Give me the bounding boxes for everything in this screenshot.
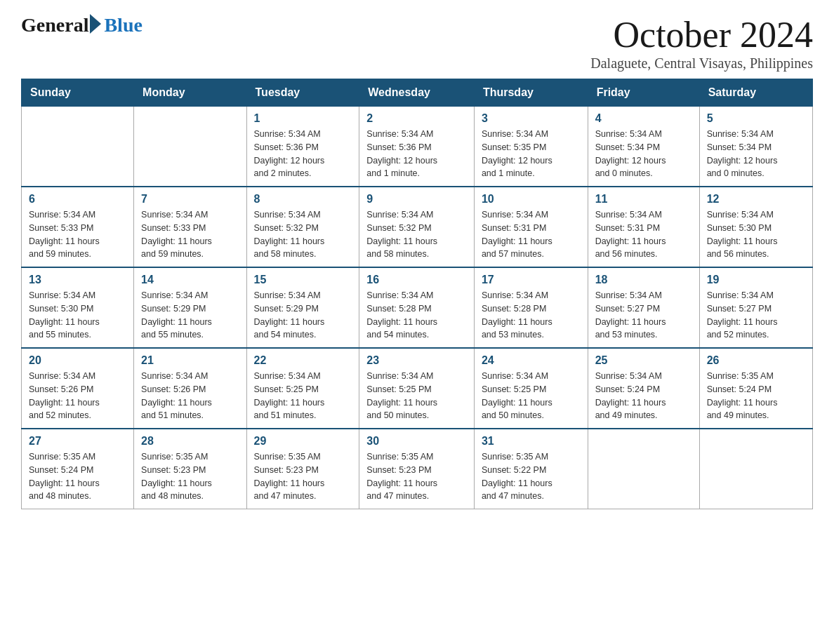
day-number: 11	[595, 193, 692, 206]
calendar-cell: 9Sunrise: 5:34 AMSunset: 5:32 PMDaylight…	[359, 187, 475, 267]
calendar-cell: 15Sunrise: 5:34 AMSunset: 5:29 PMDayligh…	[246, 267, 359, 348]
calendar-cell: 16Sunrise: 5:34 AMSunset: 5:28 PMDayligh…	[359, 267, 475, 348]
calendar-week-row: 6Sunrise: 5:34 AMSunset: 5:33 PMDaylight…	[22, 187, 813, 267]
day-info: Sunrise: 5:34 AMSunset: 5:34 PMDaylight:…	[707, 128, 805, 180]
day-info: Sunrise: 5:34 AMSunset: 5:32 PMDaylight:…	[366, 208, 467, 261]
calendar-cell: 11Sunrise: 5:34 AMSunset: 5:31 PMDayligh…	[588, 187, 699, 267]
day-number: 18	[595, 274, 692, 286]
calendar-cell: 6Sunrise: 5:34 AMSunset: 5:33 PMDaylight…	[22, 187, 134, 267]
header-thursday: Thursday	[474, 79, 588, 107]
day-info: Sunrise: 5:34 AMSunset: 5:36 PMDaylight:…	[254, 128, 352, 180]
day-number: 30	[366, 435, 467, 448]
day-number: 1	[254, 112, 352, 125]
calendar-cell: 18Sunrise: 5:34 AMSunset: 5:27 PMDayligh…	[588, 267, 699, 348]
day-number: 28	[141, 435, 239, 448]
calendar-cell: 8Sunrise: 5:34 AMSunset: 5:32 PMDaylight…	[246, 187, 359, 267]
day-info: Sunrise: 5:34 AMSunset: 5:24 PMDaylight:…	[595, 370, 692, 422]
calendar-cell: 22Sunrise: 5:34 AMSunset: 5:25 PMDayligh…	[246, 348, 359, 429]
day-number: 26	[707, 354, 805, 367]
day-number: 16	[366, 274, 467, 286]
day-number: 14	[141, 274, 239, 286]
header-friday: Friday	[588, 79, 699, 107]
day-info: Sunrise: 5:34 AMSunset: 5:31 PMDaylight:…	[482, 208, 581, 261]
day-info: Sunrise: 5:34 AMSunset: 5:28 PMDaylight:…	[482, 289, 581, 342]
day-info: Sunrise: 5:34 AMSunset: 5:28 PMDaylight:…	[366, 289, 467, 342]
calendar-week-row: 20Sunrise: 5:34 AMSunset: 5:26 PMDayligh…	[22, 348, 813, 429]
calendar-cell: 10Sunrise: 5:34 AMSunset: 5:31 PMDayligh…	[474, 187, 588, 267]
day-number: 25	[595, 354, 692, 367]
header-tuesday: Tuesday	[246, 79, 359, 107]
calendar-cell: 13Sunrise: 5:34 AMSunset: 5:30 PMDayligh…	[22, 267, 134, 348]
logo-arrow-icon	[90, 14, 101, 34]
day-info: Sunrise: 5:34 AMSunset: 5:36 PMDaylight:…	[366, 128, 467, 180]
location-text: Dalaguete, Central Visayas, Philippines	[590, 55, 813, 72]
calendar-cell: 21Sunrise: 5:34 AMSunset: 5:26 PMDayligh…	[134, 348, 246, 429]
calendar-cell: 29Sunrise: 5:35 AMSunset: 5:23 PMDayligh…	[246, 429, 359, 509]
day-number: 15	[254, 274, 352, 286]
day-info: Sunrise: 5:34 AMSunset: 5:32 PMDaylight:…	[254, 208, 352, 261]
calendar-week-row: 13Sunrise: 5:34 AMSunset: 5:30 PMDayligh…	[22, 267, 813, 348]
day-info: Sunrise: 5:34 AMSunset: 5:30 PMDaylight:…	[29, 289, 126, 342]
calendar-cell: 14Sunrise: 5:34 AMSunset: 5:29 PMDayligh…	[134, 267, 246, 348]
calendar-cell: 19Sunrise: 5:34 AMSunset: 5:27 PMDayligh…	[699, 267, 812, 348]
day-info: Sunrise: 5:35 AMSunset: 5:24 PMDaylight:…	[29, 450, 126, 503]
logo-blue-text: Blue	[104, 14, 142, 36]
calendar-cell: 1Sunrise: 5:34 AMSunset: 5:36 PMDaylight…	[246, 107, 359, 187]
day-number: 8	[254, 193, 352, 206]
day-info: Sunrise: 5:34 AMSunset: 5:34 PMDaylight:…	[595, 128, 692, 180]
calendar-cell	[22, 107, 134, 187]
day-number: 4	[595, 112, 692, 125]
day-number: 27	[29, 435, 126, 448]
calendar-cell: 24Sunrise: 5:34 AMSunset: 5:25 PMDayligh…	[474, 348, 588, 429]
day-info: Sunrise: 5:35 AMSunset: 5:23 PMDaylight:…	[254, 450, 352, 503]
day-info: Sunrise: 5:34 AMSunset: 5:26 PMDaylight:…	[29, 370, 126, 422]
calendar-cell: 12Sunrise: 5:34 AMSunset: 5:30 PMDayligh…	[699, 187, 812, 267]
month-title: October 2024	[590, 14, 813, 55]
day-info: Sunrise: 5:34 AMSunset: 5:35 PMDaylight:…	[482, 128, 581, 180]
day-info: Sunrise: 5:34 AMSunset: 5:33 PMDaylight:…	[141, 208, 239, 261]
day-number: 21	[141, 354, 239, 367]
header-monday: Monday	[134, 79, 246, 107]
day-number: 13	[29, 274, 126, 286]
calendar-cell: 3Sunrise: 5:34 AMSunset: 5:35 PMDaylight…	[474, 107, 588, 187]
calendar-cell	[699, 429, 812, 509]
day-info: Sunrise: 5:35 AMSunset: 5:23 PMDaylight:…	[366, 450, 467, 503]
page-header: General Blue October 2024 Dalaguete, Cen…	[21, 14, 813, 72]
header-sunday: Sunday	[22, 79, 134, 107]
day-number: 7	[141, 193, 239, 206]
day-number: 22	[254, 354, 352, 367]
day-number: 2	[366, 112, 467, 125]
calendar-week-row: 1Sunrise: 5:34 AMSunset: 5:36 PMDaylight…	[22, 107, 813, 187]
day-info: Sunrise: 5:34 AMSunset: 5:27 PMDaylight:…	[595, 289, 692, 342]
calendar-cell: 30Sunrise: 5:35 AMSunset: 5:23 PMDayligh…	[359, 429, 475, 509]
day-info: Sunrise: 5:34 AMSunset: 5:26 PMDaylight:…	[141, 370, 239, 422]
day-info: Sunrise: 5:34 AMSunset: 5:25 PMDaylight:…	[254, 370, 352, 422]
calendar-header-row: SundayMondayTuesdayWednesdayThursdayFrid…	[22, 79, 813, 107]
calendar-cell: 28Sunrise: 5:35 AMSunset: 5:23 PMDayligh…	[134, 429, 246, 509]
day-number: 24	[482, 354, 581, 367]
day-number: 17	[482, 274, 581, 286]
logo-general-text: General	[21, 14, 88, 36]
calendar-cell: 4Sunrise: 5:34 AMSunset: 5:34 PMDaylight…	[588, 107, 699, 187]
day-number: 12	[707, 193, 805, 206]
day-info: Sunrise: 5:35 AMSunset: 5:23 PMDaylight:…	[141, 450, 239, 503]
day-number: 3	[482, 112, 581, 125]
header-wednesday: Wednesday	[359, 79, 475, 107]
calendar-cell	[588, 429, 699, 509]
day-number: 10	[482, 193, 581, 206]
day-number: 19	[707, 274, 805, 286]
day-info: Sunrise: 5:34 AMSunset: 5:25 PMDaylight:…	[482, 370, 581, 422]
day-number: 29	[254, 435, 352, 448]
calendar-cell: 26Sunrise: 5:35 AMSunset: 5:24 PMDayligh…	[699, 348, 812, 429]
calendar-cell	[134, 107, 246, 187]
day-number: 20	[29, 354, 126, 367]
day-info: Sunrise: 5:34 AMSunset: 5:31 PMDaylight:…	[595, 208, 692, 261]
calendar-table: SundayMondayTuesdayWednesdayThursdayFrid…	[21, 79, 813, 509]
calendar-cell: 5Sunrise: 5:34 AMSunset: 5:34 PMDaylight…	[699, 107, 812, 187]
calendar-cell: 23Sunrise: 5:34 AMSunset: 5:25 PMDayligh…	[359, 348, 475, 429]
day-info: Sunrise: 5:35 AMSunset: 5:22 PMDaylight:…	[482, 450, 581, 503]
calendar-cell: 17Sunrise: 5:34 AMSunset: 5:28 PMDayligh…	[474, 267, 588, 348]
day-info: Sunrise: 5:34 AMSunset: 5:30 PMDaylight:…	[707, 208, 805, 261]
calendar-week-row: 27Sunrise: 5:35 AMSunset: 5:24 PMDayligh…	[22, 429, 813, 509]
day-number: 31	[482, 435, 581, 448]
